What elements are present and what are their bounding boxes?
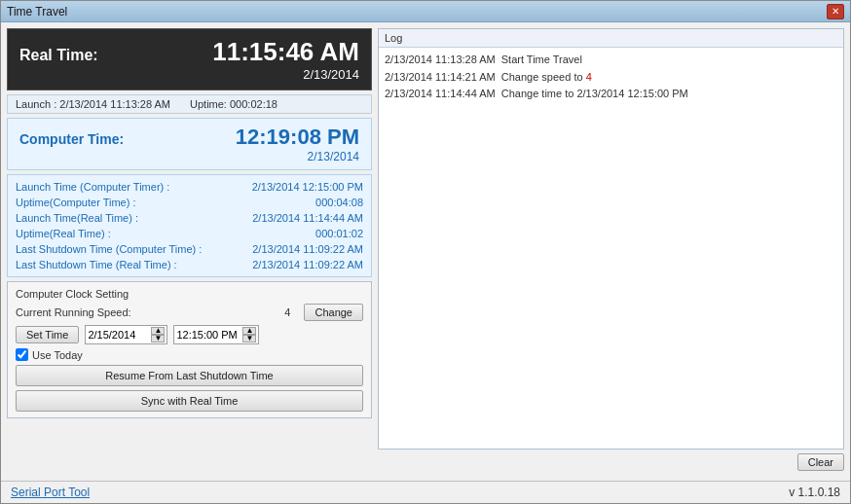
uptime-value: 000:02:18 (230, 98, 278, 110)
log-panel: Log 2/13/2014 11:13:28 AM Start Time Tra… (378, 28, 844, 450)
info-value-2: 2/13/2014 11:14:44 AM (252, 212, 363, 224)
main-window: Time Travel ✕ Real Time: 11:15:46 AM 2/1… (0, 0, 851, 504)
set-time-button[interactable]: Set Time (16, 326, 79, 343)
log-message-2: Change time to 2/13/2014 12:15:00 PM (501, 86, 688, 103)
log-msg-prefix-1: Change speed to (501, 71, 586, 83)
computer-time-box: Computer Time: 12:19:08 PM 2/13/2014 (7, 118, 372, 170)
log-timestamp-0: 2/13/2014 11:13:28 AM (385, 52, 496, 69)
time-spin-down[interactable]: ▼ (242, 335, 256, 342)
close-button[interactable]: ✕ (827, 4, 844, 19)
computer-time-label: Computer Time: (19, 131, 124, 147)
info-value-1: 000:04:08 (315, 197, 363, 208)
time-spinners: ▲ ▼ (242, 327, 256, 342)
log-message-0: Start Time Travel (501, 52, 582, 69)
date-input-group: ▲ ▼ (85, 325, 167, 344)
info-label-5: Last Shutdown Time (Real Time) : (16, 259, 177, 270)
time-input-group: ▲ ▼ (173, 325, 259, 344)
info-row-4: Last Shutdown Time (Computer Time) : 2/1… (16, 241, 363, 257)
computer-time-date: 2/13/2014 (308, 150, 359, 163)
info-label-2: Launch Time(Real Time) : (16, 212, 138, 224)
real-time-box: Real Time: 11:15:46 AM 2/13/2014 (7, 28, 372, 90)
use-today-row: Use Today (16, 348, 363, 361)
log-entry-2: 2/13/2014 11:14:44 AM Change time to 2/1… (385, 86, 837, 103)
info-value-3: 000:01:02 (315, 228, 363, 239)
log-title: Log (379, 29, 843, 48)
use-today-label: Use Today (32, 349, 83, 361)
date-spinners: ▲ ▼ (151, 327, 165, 342)
clock-setting-title: Computer Clock Setting (16, 288, 363, 300)
info-row-2: Launch Time(Real Time) : 2/13/2014 11:14… (16, 210, 363, 226)
info-label-1: Uptime(Computer Time) : (16, 197, 135, 208)
clear-button[interactable]: Clear (797, 453, 844, 471)
speed-label: Current Running Speed: (16, 306, 131, 318)
info-label-0: Launch Time (Computer Timer) : (16, 181, 169, 193)
window-title: Time Travel (7, 5, 67, 18)
date-spin-down[interactable]: ▼ (151, 335, 165, 342)
info-label-3: Uptime(Real Time) : (16, 228, 111, 239)
serial-port-tool-link[interactable]: Serial Port Tool (11, 486, 90, 499)
log-timestamp-2: 2/13/2014 11:14:44 AM (385, 86, 496, 103)
log-timestamp-1: 2/13/2014 11:14:21 AM (385, 69, 496, 87)
launch-label: Launch : (16, 98, 56, 110)
date-input[interactable] (88, 329, 151, 341)
uptime-info: Uptime: 000:02:18 (190, 98, 278, 110)
sync-button[interactable]: Sync with Real Time (16, 390, 363, 412)
launch-info: Launch : 2/13/2014 11:13:28 AM (16, 98, 170, 110)
version-label: v 1.1.0.18 (789, 486, 840, 499)
footer: Serial Port Tool v 1.1.0.18 (1, 481, 850, 503)
change-button[interactable]: Change (304, 304, 363, 321)
clock-setting-box: Computer Clock Setting Current Running S… (7, 281, 372, 418)
info-row-1: Uptime(Computer Time) : 000:04:08 (16, 195, 363, 210)
computer-time-value: 12:19:08 PM (236, 125, 359, 150)
info-row-0: Launch Time (Computer Timer) : 2/13/2014… (16, 179, 363, 195)
right-column: Log 2/13/2014 11:13:28 AM Start Time Tra… (378, 28, 844, 475)
clear-btn-area: Clear (378, 450, 844, 475)
info-label-4: Last Shutdown Time (Computer Time) : (16, 243, 202, 255)
info-table: Launch Time (Computer Timer) : 2/13/2014… (7, 174, 372, 277)
launch-value: 2/13/2014 11:13:28 AM (59, 98, 170, 110)
log-msg-value-1: 4 (586, 71, 592, 83)
uptime-label: Uptime: (190, 98, 227, 110)
info-value-4: 2/13/2014 11:09:22 AM (252, 243, 363, 255)
real-time-label: Real Time: (19, 47, 98, 64)
title-bar: Time Travel ✕ (1, 1, 850, 22)
log-content: 2/13/2014 11:13:28 AM Start Time Travel … (379, 48, 843, 449)
real-time-value: 11:15:46 AM (212, 37, 359, 67)
log-message-1: Change speed to 4 (501, 69, 592, 87)
log-entry-1: 2/13/2014 11:14:21 AM Change speed to 4 (385, 69, 837, 87)
left-panel: Real Time: 11:15:46 AM 2/13/2014 Launch … (7, 28, 372, 475)
time-input[interactable] (176, 329, 242, 341)
use-today-checkbox[interactable] (16, 348, 28, 361)
info-value-0: 2/13/2014 12:15:00 PM (252, 181, 363, 193)
info-row-3: Uptime(Real Time) : 000:01:02 (16, 226, 363, 241)
info-row-5: Last Shutdown Time (Real Time) : 2/13/20… (16, 257, 363, 272)
real-time-date: 2/13/2014 (303, 67, 359, 82)
resume-button[interactable]: Resume From Last Shutdown Time (16, 365, 363, 386)
speed-row: Current Running Speed: 4 Change (16, 304, 363, 321)
log-entry-0: 2/13/2014 11:13:28 AM Start Time Travel (385, 52, 837, 69)
speed-value: 4 (137, 306, 299, 318)
info-value-5: 2/13/2014 11:09:22 AM (252, 259, 363, 270)
launch-bar: Launch : 2/13/2014 11:13:28 AM Uptime: 0… (7, 94, 372, 114)
set-time-row: Set Time ▲ ▼ ▲ ▼ (16, 325, 363, 344)
content-area: Real Time: 11:15:46 AM 2/13/2014 Launch … (1, 22, 850, 481)
